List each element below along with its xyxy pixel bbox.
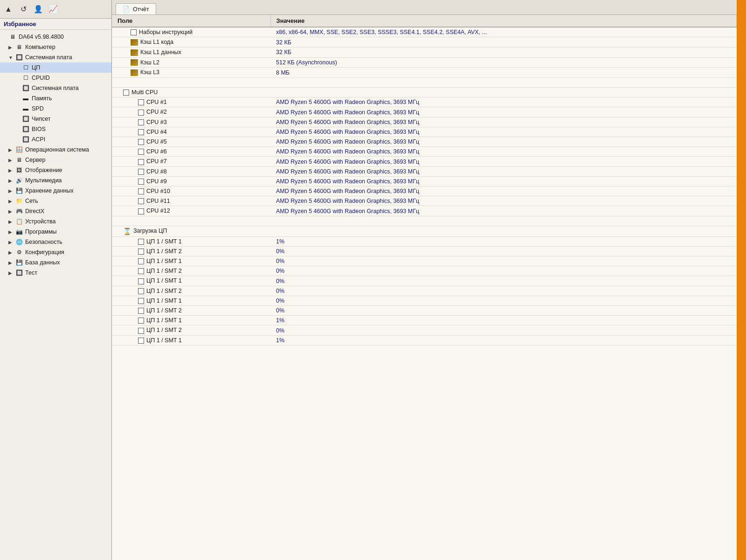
table-row[interactable]: Кэш L38 МБ [112,68,737,78]
sidebar-item-0[interactable]: 🖥DA64 v5.98.4800 [0,32,111,42]
field-indent: CPU #8 [117,168,167,175]
table-row[interactable]: ЦП 1 / SMT 10% [112,256,737,266]
sidebar-item-8[interactable]: 🔲Чипсет [0,114,111,124]
table-row[interactable]: CPU #9AMD Ryzen 5 4600G with Radeon Grap… [112,176,737,186]
sidebar: ▲ ↺ 👤 📈 Избранное 🖥DA64 v5.98.4800▶🖥Комп… [0,0,112,560]
table-row[interactable]: ЦП 1 / SMT 20% [112,246,737,256]
report-tab-icon: 📄 [123,6,130,13]
table-row[interactable]: CPU #11AMD Ryzen 5 4600G with Radeon Gra… [112,196,737,206]
table-row[interactable]: ⌛Загрузка ЦП [112,226,737,236]
table-row[interactable] [112,78,737,88]
table-row[interactable]: CPU #4AMD Ryzen 5 4600G with Radeon Grap… [112,127,737,137]
sidebar-item-13[interactable]: ▶🖼Отображение [0,165,111,175]
table-row[interactable] [112,216,737,226]
field-indent: ЦП 1 / SMT 1 [117,277,182,284]
table-row[interactable]: CPU #5AMD Ryzen 5 4600G with Radeon Grap… [112,137,737,147]
checkbox-icon [138,278,144,284]
report-tab[interactable]: 📄 Отчёт [116,3,156,14]
checkbox-icon [138,308,144,314]
checkbox-icon [138,338,144,344]
table-row[interactable]: Кэш L1 кода32 КБ [112,37,737,48]
sidebar-header: Избранное [0,19,111,30]
value-cell: 32 КБ [270,37,737,48]
tree-item-label: Сеть [25,198,38,204]
field-indent: ЦП 1 / SMT 1 [117,337,182,344]
table-row[interactable]: ЦП 1 / SMT 20% [112,266,737,276]
table-row[interactable]: Кэш L2512 КБ (Asynchronous) [112,57,737,68]
checkbox-icon [138,119,144,125]
sidebar-item-14[interactable]: ▶🔊Мультимедиа [0,175,111,186]
sidebar-item-17[interactable]: ▶🎮DirectX [0,206,111,216]
value-cell: 0% [270,246,737,256]
refresh-icon[interactable]: ↺ [18,4,29,15]
sidebar-item-23[interactable]: ▶🔲Тест [0,268,111,278]
table-row[interactable]: CPU #2AMD Ryzen 5 4600G with Radeon Grap… [112,107,737,117]
field-label: CPU #7 [146,158,167,165]
sidebar-item-9[interactable]: 🔲BIOS [0,124,111,134]
sidebar-item-7[interactable]: ▬SPD [0,104,111,114]
user-icon[interactable]: 👤 [33,4,44,15]
sidebar-item-20[interactable]: ▶🌐Безопасность [0,237,111,247]
sidebar-item-15[interactable]: ▶💾Хранение данных [0,186,111,196]
table-row[interactable]: CPU #8AMD Ryzen 5 4600G with Radeon Grap… [112,166,737,176]
table-row[interactable]: ЦП 1 / SMT 10% [112,276,737,286]
tree-item-icon: 💾 [15,258,23,267]
sidebar-item-5[interactable]: 🔲Системная плата [0,83,111,93]
sidebar-item-22[interactable]: ▶💾База данных [0,257,111,268]
value-cell [270,88,737,97]
tree-item-icon: 🪟 [15,145,23,154]
checkbox-icon [138,258,144,264]
sidebar-item-11[interactable]: ▶🪟Операционная система [0,145,111,155]
field-label: CPU #11 [146,198,170,204]
field-indent: Кэш L2 [117,59,159,66]
content-area[interactable]: Поле Значение Наборы инструкцийx86, x86-… [112,15,737,560]
sidebar-item-2[interactable]: ▼🔲Системная плата [0,52,111,62]
field-indent: CPU #12 [117,207,170,214]
sidebar-item-10[interactable]: 🔲ACPI [0,134,111,145]
sidebar-item-21[interactable]: ▶⚙Конфигурация [0,247,111,257]
sidebar-item-12[interactable]: ▶🖥Сервер [0,155,111,165]
table-row[interactable]: Наборы инструкцийx86, x86-64, MMX, SSE, … [112,27,737,37]
value-cell: AMD Ryzen 5 4600G with Radeon Graphics, … [270,196,737,206]
sidebar-item-16[interactable]: ▶📁Сеть [0,196,111,206]
sidebar-item-3[interactable]: ☐ЦП [0,62,111,73]
table-row[interactable]: ЦП 1 / SMT 20% [112,325,737,335]
value-cell: 0% [270,266,737,276]
tree-item-label: SPD [32,105,44,112]
table-row[interactable]: CPU #7AMD Ryzen 5 4600G with Radeon Grap… [112,157,737,166]
field-label: CPU #10 [146,188,170,194]
table-row[interactable]: ЦП 1 / SMT 11% [112,316,737,325]
sidebar-item-6[interactable]: ▬Память [0,93,111,104]
table-row[interactable]: ЦП 1 / SMT 20% [112,286,737,296]
back-icon[interactable]: ▲ [3,4,14,15]
tab-bar: 📄 Отчёт [112,0,737,15]
sidebar-item-1[interactable]: ▶🖥Компьютер [0,42,111,52]
table-row[interactable]: CPU #12AMD Ryzen 5 4600G with Radeon Gra… [112,206,737,216]
table-row[interactable]: CPU #6AMD Ryzen 5 4600G with Radeon Grap… [112,147,737,157]
field-label: ЦП 1 / SMT 2 [146,288,182,294]
table-row[interactable]: CPU #10AMD Ryzen 5 4600G with Radeon Gra… [112,187,737,196]
table-row[interactable]: Кэш L1 данных32 КБ [112,47,737,57]
table-row[interactable]: ЦП 1 / SMT 11% [112,335,737,345]
checkbox-icon [138,328,144,334]
table-row[interactable]: ЦП 1 / SMT 10% [112,296,737,305]
field-cell: CPU #12 [112,206,270,216]
empty-cell [112,78,737,88]
field-cell: CPU #9 [112,176,270,186]
chart-icon[interactable]: 📈 [48,4,59,15]
tree-arrow-icon: ▶ [8,188,15,194]
field-indent: CPU #7 [117,158,167,165]
tree-item-label: DirectX [25,208,44,214]
sidebar-item-19[interactable]: ▶📷Программы [0,227,111,237]
field-label: CPU #8 [146,168,167,175]
table-row[interactable]: ЦП 1 / SMT 11% [112,236,737,246]
table-row[interactable]: Multi CPU [112,88,737,97]
value-cell: AMD Ryzen 5 4600G with Radeon Graphics, … [270,137,737,147]
table-row[interactable]: CPU #1AMD Ryzen 5 4600G with Radeon Grap… [112,97,737,107]
table-row[interactable]: CPU #3AMD Ryzen 5 4600G with Radeon Grap… [112,117,737,127]
sidebar-item-4[interactable]: ☐CPUID [0,73,111,83]
sidebar-toolbar: ▲ ↺ 👤 📈 [0,0,111,19]
table-row[interactable]: ЦП 1 / SMT 20% [112,306,737,316]
sidebar-item-18[interactable]: ▶📋Устройства [0,216,111,227]
value-cell: 0% [270,276,737,286]
